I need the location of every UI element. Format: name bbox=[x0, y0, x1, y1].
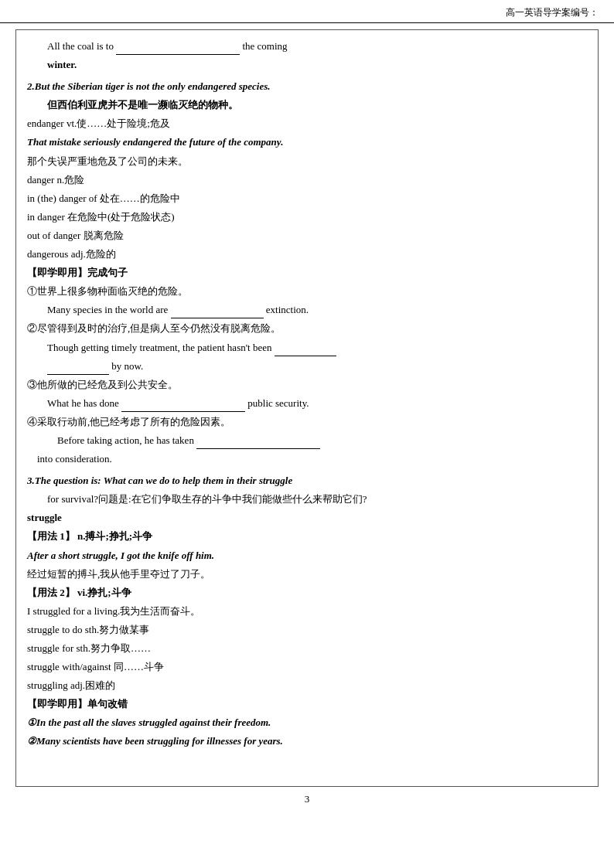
q2-en-cont: by now. bbox=[27, 358, 587, 375]
section3-en2: for survival?问题是:在它们争取生存的斗争中我们能做些什么来帮助它们… bbox=[27, 491, 587, 508]
blank-q2 bbox=[275, 345, 336, 356]
blank-q4 bbox=[196, 438, 320, 449]
example1-en: That mistake seriously endangered the fu… bbox=[27, 134, 587, 151]
footer: 3 bbox=[0, 787, 614, 812]
phrase3: out of danger 脱离危险 bbox=[27, 227, 587, 244]
struggle-word: struggle bbox=[27, 509, 587, 526]
correct2: ②Many scientists have been struggling fo… bbox=[27, 733, 587, 750]
q4-prefix: Before taking action, he has taken bbox=[57, 434, 194, 446]
q4-en: Before taking action, he has taken bbox=[27, 432, 587, 449]
q2-suffix: by now. bbox=[111, 360, 143, 372]
q2-cn: ②尽管得到及时的治疗,但是病人至今仍然没有脱离危险。 bbox=[27, 320, 587, 337]
endanger-def: endanger vt.使……处于险境;危及 bbox=[27, 115, 587, 132]
q1-prefix: Many species in the world are bbox=[47, 304, 168, 315]
blank1 bbox=[116, 44, 240, 55]
line-winter: winter. bbox=[27, 56, 587, 73]
usage2-title: 【用法 2】 vi.挣扎;斗争 bbox=[27, 584, 587, 601]
phrase1: in (the) danger of 处在……的危险中 bbox=[27, 190, 587, 207]
section2-cn: 但西伯利亚虎并不是唯一濒临灭绝的物种。 bbox=[27, 97, 587, 114]
q1-suffix: extinction. bbox=[266, 304, 309, 315]
line-coal: All the coal is to the coming bbox=[27, 38, 587, 55]
q4-cn: ④采取行动前,他已经考虑了所有的危险因素。 bbox=[27, 414, 587, 431]
q3-suffix: public security. bbox=[247, 397, 309, 409]
correct1: ①In the past all the slaves struggled ag… bbox=[27, 714, 587, 731]
q1-cn: ①世界上很多物种面临灭绝的危险。 bbox=[27, 283, 587, 300]
line-coal-suffix: the coming bbox=[242, 40, 287, 52]
header-bar: 高一英语导学案编号： bbox=[0, 0, 614, 23]
q3-prefix: What he has done bbox=[47, 397, 119, 409]
usage1-example-cn: 经过短暂的搏斗,我从他手里夺过了刀子。 bbox=[27, 566, 587, 583]
usage2-example-en: I struggled for a living.我为生活而奋斗。 bbox=[27, 603, 587, 620]
q4-en-cont: into consideration. bbox=[27, 451, 587, 468]
dangerous-def: dangerous adj.危险的 bbox=[27, 246, 587, 263]
phrase2: in danger 在危险中(处于危险状态) bbox=[27, 209, 587, 226]
page: 高一英语导学案编号： All the coal is to the coming… bbox=[0, 0, 614, 868]
main-content-box: All the coal is to the coming winter. 2.… bbox=[15, 29, 599, 787]
section2-title: 2.But the Siberian tiger is not the only… bbox=[27, 78, 587, 95]
usage1-example-en: After a short struggle, I got the knife … bbox=[27, 547, 587, 564]
q2-en: Though getting timely treatment, the pat… bbox=[27, 339, 587, 356]
phrase-struggling: struggling adj.困难的 bbox=[27, 677, 587, 694]
usage1-title: 【用法 1】 n.搏斗;挣扎;斗争 bbox=[27, 528, 587, 545]
phrase-struggle1: struggle to do sth.努力做某事 bbox=[27, 621, 587, 638]
q1-en: Many species in the world are extinction… bbox=[27, 301, 587, 318]
phrase-struggle3: struggle with/against 同……斗争 bbox=[27, 659, 587, 676]
danger-def: danger n.危险 bbox=[27, 172, 587, 189]
practice-title: 【即学即用】完成句子 bbox=[27, 264, 587, 281]
page-number: 3 bbox=[305, 793, 310, 805]
example1-cn: 那个失误严重地危及了公司的未来。 bbox=[27, 153, 587, 170]
header-label: 高一英语导学案编号： bbox=[506, 6, 599, 19]
blank-q3 bbox=[121, 401, 245, 412]
q2-prefix: Though getting timely treatment, the pat… bbox=[47, 342, 271, 353]
section3-en: 3.The question is: What can we do to hel… bbox=[27, 472, 587, 489]
line-coal-prefix: All the coal is to bbox=[47, 40, 114, 52]
blank-q1 bbox=[171, 308, 264, 318]
phrase-struggle2: struggle for sth.努力争取…… bbox=[27, 640, 587, 657]
blank-q2b bbox=[47, 364, 109, 375]
q3-cn: ③他所做的已经危及到公共安全。 bbox=[27, 376, 587, 393]
q3-en: What he has done public security. bbox=[27, 395, 587, 412]
practice2-title: 【即学即用】单句改错 bbox=[27, 696, 587, 713]
